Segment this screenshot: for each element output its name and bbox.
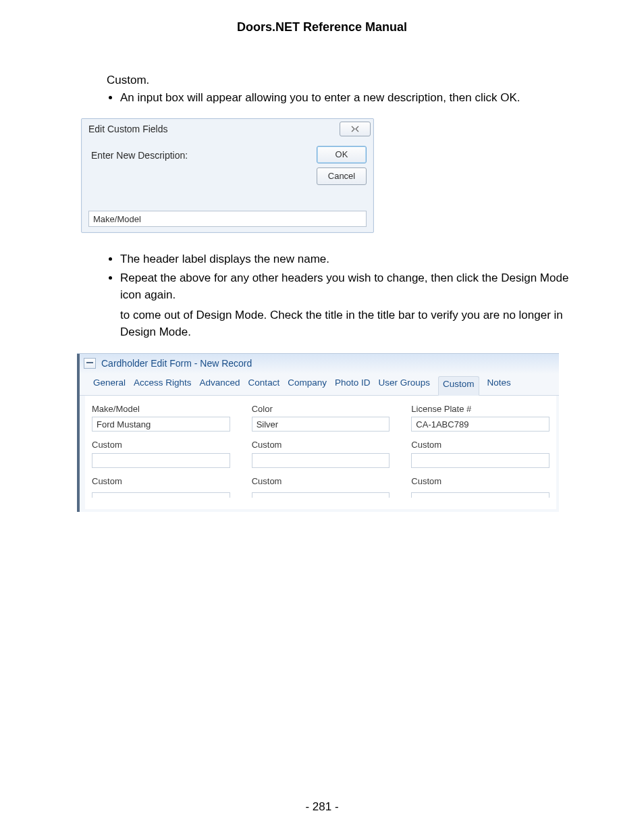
custom-input[interactable] [252,492,390,498]
make-model-input[interactable] [92,417,230,432]
custom-input[interactable] [411,453,549,468]
custom-input[interactable] [411,492,549,498]
page-title: Doors.NET Reference Manual [41,20,603,34]
field-label-license: License Plate # [411,402,549,416]
field-label-make-model: Make/Model [92,402,230,416]
tab-access-rights[interactable]: Access Rights [134,376,192,390]
field-label-custom: Custom [92,438,230,452]
form-tabs: General Access Rights Advanced Contact C… [77,373,559,396]
tab-company[interactable]: Company [288,376,327,390]
dialog-close-button[interactable] [340,122,371,136]
tab-contact[interactable]: Contact [248,376,280,390]
cancel-button[interactable]: Cancel [317,167,367,185]
cardholder-edit-form: Cardholder Edit Form - New Record Genera… [77,353,559,512]
form-title: Cardholder Edit Form - New Record [101,357,252,371]
custom-input[interactable] [92,492,230,498]
dialog-prompt: Enter New Description: [91,146,310,185]
field-label-custom: Custom [411,475,549,488]
bullet-input-box: An input box will appear allowing you to… [120,89,576,107]
field-label-custom: Custom [411,438,549,452]
field-label-custom: Custom [252,438,390,452]
description-input[interactable] [88,211,367,227]
custom-input[interactable] [92,453,230,468]
close-icon [351,126,359,132]
color-input[interactable] [252,417,390,432]
tab-user-groups[interactable]: User Groups [378,376,430,390]
custom-input[interactable] [252,453,390,468]
minimize-icon[interactable] [84,358,96,369]
bullet-header-label: The header label displays the new name. [120,251,576,268]
page-number: - 281 - [0,800,644,814]
field-label-color: Color [252,402,390,416]
tab-photo-id[interactable]: Photo ID [335,376,371,390]
ok-button[interactable]: OK [317,146,367,163]
tab-notes[interactable]: Notes [487,376,511,390]
field-label-custom: Custom [92,475,230,488]
edit-custom-fields-dialog: Edit Custom Fields Enter New Description… [81,118,374,233]
tab-advanced[interactable]: Advanced [200,376,240,390]
tab-custom[interactable]: Custom [438,376,479,396]
lead-in-text: Custom. [107,72,576,89]
tab-general[interactable]: General [93,376,126,390]
field-label-custom: Custom [252,475,390,488]
license-input[interactable] [411,417,549,432]
followup-text: to come out of Design Mode. Check the ti… [120,307,576,341]
bullet-repeat: Repeat the above for any other headers y… [120,269,576,304]
dialog-title: Edit Custom Fields [88,122,167,136]
